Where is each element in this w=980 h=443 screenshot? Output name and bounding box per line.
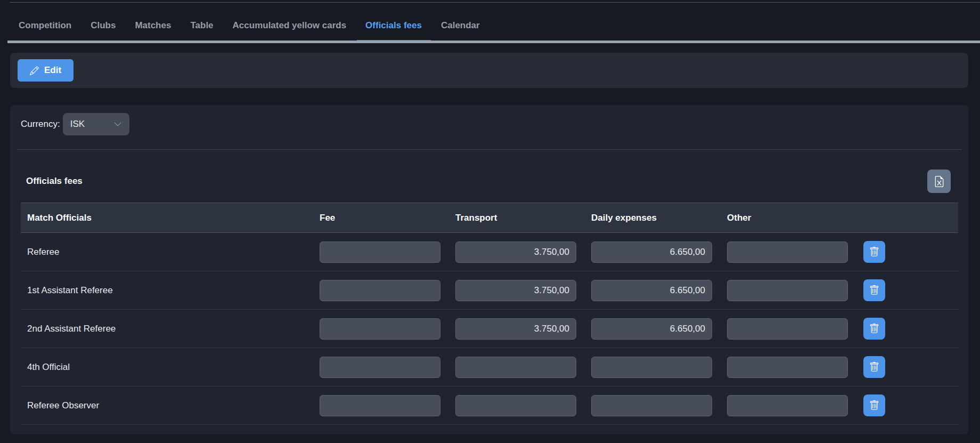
officials-fees-panel: Currency: ISK Officials fees Match Offic… xyxy=(10,105,968,434)
official-name: 1st Assistant Referee xyxy=(21,285,320,296)
tab-officials-fees[interactable]: Officials fees xyxy=(365,0,422,43)
table-row: 2nd Assistant Referee xyxy=(21,310,958,348)
trash-icon xyxy=(869,362,879,372)
fee-input[interactable] xyxy=(320,357,440,378)
trash-icon xyxy=(869,285,879,295)
other-input[interactable] xyxy=(727,280,848,301)
toolbar: Edit xyxy=(10,53,968,88)
section-header: Officials fees xyxy=(26,170,951,193)
edit-button-label: Edit xyxy=(44,65,61,76)
column-transport: Transport xyxy=(455,213,591,223)
delete-row-button[interactable] xyxy=(863,241,885,263)
column-other: Other xyxy=(727,213,863,223)
daily-expenses-input[interactable] xyxy=(591,357,712,378)
official-name: 2nd Assistant Referee xyxy=(21,324,320,334)
tab-track xyxy=(7,41,980,43)
chevron-down-icon xyxy=(113,120,122,128)
table-row: Referee xyxy=(21,233,958,271)
official-name: Referee Observer xyxy=(21,400,320,411)
table-header-row: Match Officials Fee Transport Daily expe… xyxy=(21,203,958,233)
officials-fees-table: Match Officials Fee Transport Daily expe… xyxy=(21,203,958,425)
transport-input[interactable] xyxy=(455,395,576,416)
delete-row-button[interactable] xyxy=(863,394,885,416)
edit-button[interactable]: Edit xyxy=(18,59,74,82)
fee-input[interactable] xyxy=(320,241,440,263)
tab-table[interactable]: Table xyxy=(190,0,213,43)
daily-expenses-input[interactable] xyxy=(591,280,712,301)
section-title: Officials fees xyxy=(26,176,83,187)
official-name: 4th Official xyxy=(21,362,320,373)
column-fee: Fee xyxy=(320,213,455,223)
transport-input[interactable] xyxy=(455,357,576,378)
delete-row-button[interactable] xyxy=(863,279,885,301)
other-input[interactable] xyxy=(727,395,848,416)
export-excel-button[interactable] xyxy=(927,170,951,193)
page: Competition Clubs Matches Table Accumula… xyxy=(0,0,980,443)
official-name: Referee xyxy=(21,247,320,257)
other-input[interactable] xyxy=(727,241,848,263)
transport-input[interactable] xyxy=(455,280,576,301)
tab-accumulated-yellow-cards[interactable]: Accumulated yellow cards xyxy=(233,0,347,43)
transport-input[interactable] xyxy=(455,318,576,340)
currency-selected-value: ISK xyxy=(70,119,85,130)
table-row: 4th Official xyxy=(21,348,958,386)
currency-row: Currency: ISK xyxy=(21,113,129,135)
daily-expenses-input[interactable] xyxy=(591,318,712,340)
tab-bar: Competition Clubs Matches Table Accumula… xyxy=(0,0,980,43)
pencil-icon xyxy=(30,66,39,75)
table-row: Referee Observer xyxy=(21,386,958,425)
currency-label: Currency: xyxy=(21,119,60,130)
divider xyxy=(17,149,962,150)
currency-select[interactable]: ISK xyxy=(63,113,129,135)
other-input[interactable] xyxy=(727,357,848,378)
trash-icon xyxy=(869,324,879,334)
trash-icon xyxy=(869,400,879,410)
trash-icon xyxy=(869,247,879,257)
file-excel-icon xyxy=(934,176,945,187)
fee-input[interactable] xyxy=(320,395,440,416)
delete-row-button[interactable] xyxy=(863,356,885,378)
tab-matches[interactable]: Matches xyxy=(135,0,171,43)
delete-row-button[interactable] xyxy=(863,318,885,340)
daily-expenses-input[interactable] xyxy=(591,241,712,263)
column-match-officials: Match Officials xyxy=(21,213,320,223)
tab-calendar[interactable]: Calendar xyxy=(441,0,480,43)
daily-expenses-input[interactable] xyxy=(591,395,712,416)
table-row: 1st Assistant Referee xyxy=(21,271,958,310)
tab-competition[interactable]: Competition xyxy=(19,0,71,43)
tab-clubs[interactable]: Clubs xyxy=(91,0,116,43)
fee-input[interactable] xyxy=(320,318,440,340)
fee-input[interactable] xyxy=(320,280,440,301)
other-input[interactable] xyxy=(727,318,848,340)
column-daily-expenses: Daily expenses xyxy=(591,213,727,223)
transport-input[interactable] xyxy=(455,241,576,263)
